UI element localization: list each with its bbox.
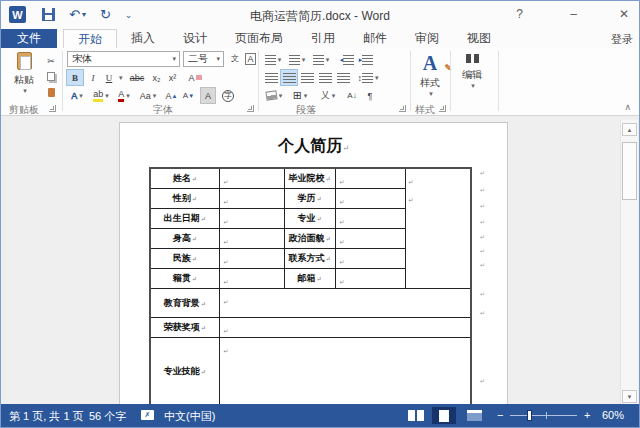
cell-label[interactable]: 性别↵: [150, 189, 219, 209]
superscript-button[interactable]: x²: [165, 70, 180, 85]
increase-indent-button[interactable]: ▸: [358, 52, 374, 67]
language-indicator[interactable]: 中文(中国): [164, 409, 215, 424]
bold-button[interactable]: B: [67, 70, 83, 85]
tab-page-layout[interactable]: 页面布局: [221, 29, 297, 48]
styles-dialog-launcher-icon[interactable]: [439, 105, 446, 112]
format-painter-button[interactable]: [43, 85, 59, 100]
sign-in-link[interactable]: 登录: [611, 32, 633, 47]
phonetic-guide-button[interactable]: 文: [228, 51, 242, 66]
cell-label[interactable]: 身高↵: [150, 229, 219, 249]
tab-home[interactable]: 开始: [63, 29, 117, 48]
document-canvas[interactable]: 个人简历↵ 姓名↵ ↵ 毕业院校↵ ↵ ↵↵ 性别↵ ↵ 学历↵ ↵ 出生日: [1, 116, 639, 406]
help-icon[interactable]: ?: [516, 7, 523, 21]
multilevel-list-button[interactable]: ▾: [311, 52, 331, 67]
scroll-up-button[interactable]: ▲: [622, 123, 637, 136]
tab-mailings[interactable]: 邮件: [349, 29, 401, 48]
close-button[interactable]: ✕: [619, 7, 629, 21]
paste-button[interactable]: 粘贴 ▾: [7, 52, 41, 95]
cell-label[interactable]: 联系方式↵: [284, 249, 335, 269]
shrink-font-button[interactable]: A▼: [181, 88, 196, 103]
page-indicator[interactable]: 第 1 页, 共 1 页: [9, 409, 84, 424]
editing-button[interactable]: 编辑 ▾: [457, 54, 487, 90]
sort-button[interactable]: A↓: [343, 88, 361, 103]
asian-layout-button[interactable]: 乂▾: [317, 88, 339, 103]
cell-label[interactable]: 邮箱↵: [284, 269, 335, 289]
numbering-button[interactable]: ▾: [287, 52, 307, 67]
font-color-button[interactable]: A ▾: [114, 88, 134, 103]
cell-value[interactable]: ↵: [219, 229, 284, 249]
cell-value[interactable]: ↵: [219, 318, 471, 338]
zoom-out-button[interactable]: −: [497, 409, 503, 421]
change-case-button[interactable]: Aa ▾: [137, 88, 159, 103]
cell-label[interactable]: 专业↵: [284, 209, 335, 229]
cell-value[interactable]: ↵: [219, 189, 284, 209]
cell-value[interactable]: ↵: [219, 168, 284, 189]
cut-button[interactable]: ✂: [43, 53, 59, 68]
underline-button[interactable]: U: [102, 70, 116, 85]
collapse-ribbon-icon[interactable]: ∧: [624, 102, 631, 112]
text-effects-button[interactable]: A ▾: [67, 88, 87, 103]
zoom-slider-thumb[interactable]: [527, 410, 532, 421]
clipboard-dialog-launcher-icon[interactable]: [49, 105, 56, 112]
scrollbar-thumb[interactable]: [622, 142, 637, 200]
tab-view[interactable]: 视图: [453, 29, 505, 48]
font-size-combo[interactable]: 二号 ▾: [183, 51, 224, 67]
cell-value[interactable]: ↵: [335, 269, 405, 289]
cell-value[interactable]: ↵: [335, 189, 405, 209]
cell-value[interactable]: ↵: [335, 209, 405, 229]
line-spacing-button[interactable]: ↕ ▾: [357, 70, 379, 85]
vertical-scrollbar[interactable]: ▲ ▼: [620, 120, 638, 406]
proofing-status-icon[interactable]: ✗: [141, 410, 154, 420]
tab-design[interactable]: 设计: [169, 29, 221, 48]
align-left-button[interactable]: [263, 70, 279, 85]
grow-font-button[interactable]: A▲: [164, 88, 179, 103]
cell-value[interactable]: ↵: [335, 249, 405, 269]
tab-references[interactable]: 引用: [297, 29, 349, 48]
word-count[interactable]: 56 个字: [89, 409, 126, 424]
cell-value[interactable]: ↵: [335, 229, 405, 249]
tab-review[interactable]: 审阅: [401, 29, 453, 48]
character-shading-button[interactable]: A: [201, 88, 215, 103]
cell-label[interactable]: 政治面貌↵: [284, 229, 335, 249]
document-page[interactable]: 个人简历↵ 姓名↵ ↵ 毕业院校↵ ↵ ↵↵ 性别↵ ↵ 学历↵ ↵ 出生日: [119, 122, 508, 406]
bullets-button[interactable]: ▾: [263, 52, 283, 67]
paragraph-dialog-launcher-icon[interactable]: [399, 105, 406, 112]
align-center-button[interactable]: [281, 70, 297, 85]
cell-value[interactable]: ↵: [219, 249, 284, 269]
print-layout-button[interactable]: [432, 407, 456, 424]
show-marks-button[interactable]: ¶: [363, 88, 377, 103]
cell-label[interactable]: 学历↵: [284, 189, 335, 209]
zoom-slider-track[interactable]: [510, 415, 577, 416]
cell-value[interactable]: ↵: [219, 209, 284, 229]
borders-button[interactable]: ⊞▾: [289, 88, 311, 103]
decrease-indent-button[interactable]: ◂: [339, 52, 355, 67]
cell-value[interactable]: ↵: [335, 168, 405, 189]
cell-label[interactable]: 教育背景↵: [150, 289, 219, 318]
italic-button[interactable]: I: [86, 70, 100, 85]
highlight-button[interactable]: ab ▾: [90, 88, 112, 103]
cell-value[interactable]: ↵: [219, 269, 284, 289]
styles-button[interactable]: A✎ 样式 ▾: [415, 52, 445, 98]
photo-cell[interactable]: ↵↵: [405, 168, 471, 289]
tab-file[interactable]: 文件: [1, 29, 57, 48]
cell-value[interactable]: ↵: [219, 338, 471, 406]
zoom-in-button[interactable]: +: [584, 409, 590, 421]
web-layout-button[interactable]: [462, 407, 486, 424]
shading-button[interactable]: ▾: [263, 88, 285, 103]
scroll-down-button[interactable]: ▼: [622, 390, 637, 403]
clear-formatting-button[interactable]: A: [187, 70, 203, 85]
cell-label[interactable]: 民族↵: [150, 249, 219, 269]
cell-label[interactable]: 姓名↵: [150, 168, 219, 189]
character-border-button[interactable]: A: [244, 51, 257, 66]
enclose-characters-button[interactable]: 字: [220, 88, 236, 103]
font-name-combo[interactable]: 宋体 ▾: [67, 51, 180, 67]
strikethrough-button[interactable]: abc: [127, 70, 147, 85]
read-mode-button[interactable]: [404, 407, 428, 424]
align-right-button[interactable]: [299, 70, 315, 85]
underline-dropdown-icon[interactable]: ▾: [119, 74, 123, 82]
cell-label[interactable]: 籍贯↵: [150, 269, 219, 289]
minimize-button[interactable]: –: [570, 7, 577, 21]
resume-table[interactable]: 姓名↵ ↵ 毕业院校↵ ↵ ↵↵ 性别↵ ↵ 学历↵ ↵ 出生日期↵ ↵ 专业↵…: [149, 167, 472, 406]
copy-button[interactable]: [43, 69, 59, 84]
distribute-button[interactable]: [335, 70, 351, 85]
